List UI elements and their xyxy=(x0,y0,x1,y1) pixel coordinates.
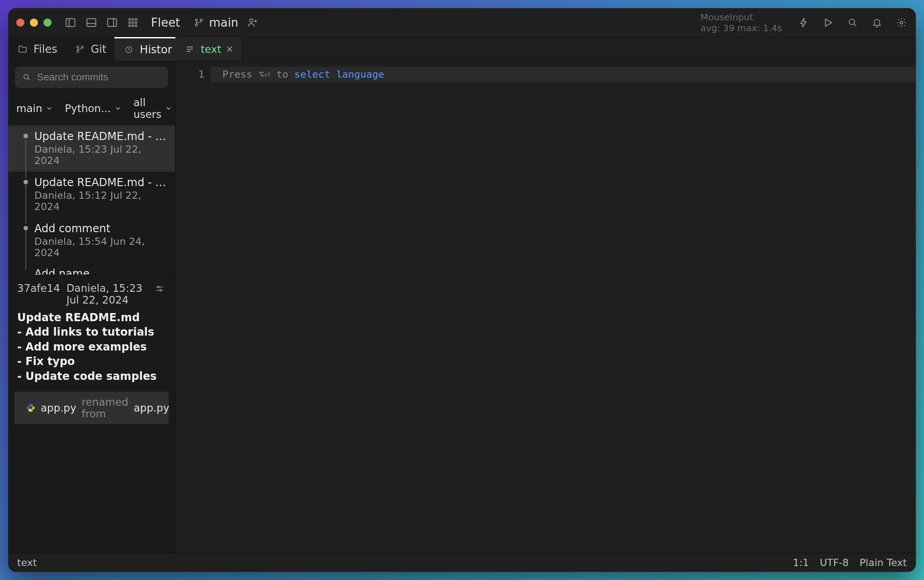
editor-body[interactable]: 1 Press ⌥⏎ to select language xyxy=(175,61,916,553)
diff-settings-icon[interactable] xyxy=(153,282,166,295)
svg-point-7 xyxy=(132,19,134,20)
svg-line-22 xyxy=(854,24,856,26)
line-gutter: 1 xyxy=(175,61,211,553)
svg-rect-2 xyxy=(87,19,96,26)
status-file-label[interactable]: text xyxy=(17,557,37,568)
sidebar: Files Git Histor + xyxy=(8,37,175,553)
commit-item[interactable]: Add comment Daniela, 15:54 Jun 24, 2024 xyxy=(8,218,175,264)
commit-search-input[interactable] xyxy=(37,71,162,83)
bolt-icon[interactable] xyxy=(797,16,810,29)
svg-point-6 xyxy=(129,19,131,20)
commit-filters: main Python... all users xyxy=(8,93,175,126)
clock-icon xyxy=(123,43,135,56)
editor-tabs: text ✕ xyxy=(175,37,916,61)
shortcut-icon: ⌥⏎ xyxy=(258,69,270,80)
file-name: app.py xyxy=(41,402,76,414)
branch-name: main xyxy=(209,16,238,29)
svg-point-26 xyxy=(81,46,83,47)
sidebar-tab-history[interactable]: Histor xyxy=(114,37,180,61)
file-name-from: app.py xyxy=(134,402,170,414)
rename-label: renamed from xyxy=(82,396,128,420)
commit-hash[interactable]: 37afe14 xyxy=(17,282,60,294)
select-language-link[interactable]: select language xyxy=(294,69,384,80)
svg-rect-4 xyxy=(108,19,117,26)
branch-icon xyxy=(193,16,205,29)
svg-point-32 xyxy=(157,286,159,288)
folder-icon xyxy=(16,43,29,56)
commit-message: Update README.md - Add links to tutorial… xyxy=(17,310,166,384)
search-icon xyxy=(21,71,33,84)
editor-tab-label: text xyxy=(201,43,221,55)
changed-file-row[interactable]: app.py renamed from app.py xyxy=(14,392,169,424)
branch-selector[interactable]: main xyxy=(193,16,238,29)
commit-search[interactable] xyxy=(15,67,168,88)
commit-item[interactable]: Update README.md - Add link... Daniela, … xyxy=(8,126,175,172)
close-tab-icon[interactable]: ✕ xyxy=(226,44,233,55)
apps-grid-icon[interactable] xyxy=(127,16,139,29)
commit-title: Update README.md - Add link... xyxy=(34,176,167,189)
window-minimize-button[interactable] xyxy=(30,19,38,27)
text-file-icon xyxy=(184,43,196,56)
svg-point-28 xyxy=(24,75,28,79)
svg-point-23 xyxy=(900,21,903,24)
svg-point-12 xyxy=(129,25,131,27)
editor-tab[interactable]: text ✕ xyxy=(175,37,242,61)
svg-point-21 xyxy=(849,19,855,24)
svg-point-33 xyxy=(160,290,162,291)
commit-meta: Daniela, 15:23 Jul 22, 2024 xyxy=(34,144,167,166)
commit-meta: Daniela, 15:12 Jul 22, 2024 xyxy=(34,190,167,212)
project-filter[interactable]: Python... xyxy=(65,97,122,120)
chevron-down-icon xyxy=(46,105,53,112)
statusbar: text 1:1 UTF-8 Plain Text xyxy=(8,553,916,572)
project-name[interactable]: Fleet xyxy=(151,16,180,29)
panel-bottom-icon[interactable] xyxy=(85,16,98,29)
svg-point-9 xyxy=(129,22,131,23)
branch-icon xyxy=(74,43,86,56)
encoding[interactable]: UTF-8 xyxy=(820,557,849,568)
run-icon[interactable] xyxy=(822,16,834,29)
svg-point-10 xyxy=(132,22,134,23)
svg-point-13 xyxy=(132,25,134,27)
bell-icon[interactable] xyxy=(871,16,883,29)
performance-status: MouseInput avg: 39 max: 1.4s xyxy=(700,12,782,33)
line-number: 1 xyxy=(175,69,204,80)
svg-line-29 xyxy=(28,79,30,80)
search-icon[interactable] xyxy=(846,16,859,29)
branch-filter[interactable]: main xyxy=(16,97,53,120)
commit-list: Update README.md - Add link... Daniela, … xyxy=(8,126,175,275)
window-close-button[interactable] xyxy=(16,19,24,27)
editor: text ✕ 1 Press ⌥⏎ to select language xyxy=(175,37,916,553)
svg-point-24 xyxy=(77,46,79,47)
panel-left-icon[interactable] xyxy=(64,16,77,29)
commit-item-partial[interactable]: Add name xyxy=(8,264,175,275)
chevron-down-icon xyxy=(114,105,122,112)
commit-author-line: Daniela, 15:23 Jul 22, 2024 xyxy=(66,282,147,306)
sidebar-tab-files[interactable]: Files xyxy=(8,37,66,61)
cursor-position[interactable]: 1:1 xyxy=(793,557,809,568)
window-maximize-button[interactable] xyxy=(43,19,52,27)
commit-dot-icon xyxy=(24,226,28,230)
commit-title: Add comment xyxy=(34,222,167,235)
titlebar: Fleet main MouseInput avg: 39 max: 1.4s xyxy=(8,8,916,37)
python-file-icon xyxy=(26,403,35,412)
gear-icon[interactable] xyxy=(895,16,908,29)
code-area[interactable]: Press ⌥⏎ to select language xyxy=(211,61,916,553)
traffic-lights xyxy=(16,19,52,27)
svg-point-8 xyxy=(135,19,137,20)
svg-point-11 xyxy=(135,22,137,23)
sidebar-tab-git[interactable]: Git xyxy=(66,37,115,61)
chevron-down-icon xyxy=(165,105,172,112)
svg-point-18 xyxy=(250,19,253,22)
language-mode[interactable]: Plain Text xyxy=(860,557,907,568)
commit-title: Update README.md - Add link... xyxy=(34,130,167,143)
user-filter[interactable]: all users xyxy=(133,97,172,120)
commit-item[interactable]: Update README.md - Add link... Daniela, … xyxy=(8,172,175,218)
panel-right-icon[interactable] xyxy=(106,16,118,29)
commit-detail: 37afe14 Daniela, 15:23 Jul 22, 2024 Upda… xyxy=(8,275,175,429)
sidebar-tabs: Files Git Histor + xyxy=(8,37,175,61)
app-window: Fleet main MouseInput avg: 39 max: 1.4s xyxy=(8,8,916,572)
commit-dot-icon xyxy=(24,134,28,138)
hint-text: Press ⌥⏎ to select language xyxy=(222,69,384,80)
commit-dot-icon xyxy=(24,180,28,184)
add-collaborator-icon[interactable] xyxy=(246,16,259,29)
